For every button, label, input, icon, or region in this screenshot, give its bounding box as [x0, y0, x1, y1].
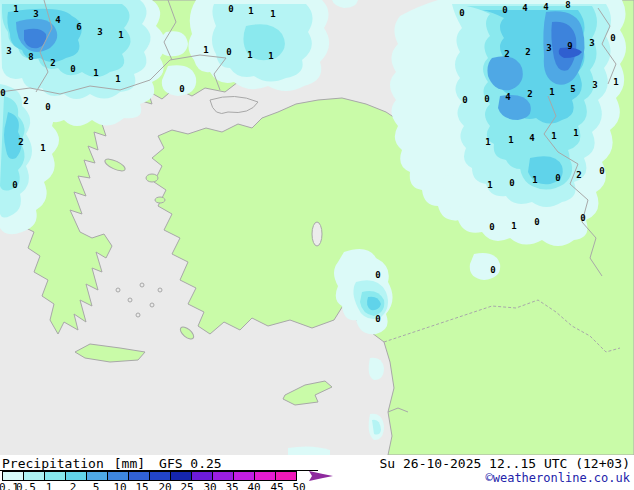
scale-label: 50 — [292, 481, 305, 490]
precip-urfa-patch-l1 — [470, 253, 500, 280]
island-lesbos — [146, 174, 158, 182]
scale-segment — [86, 471, 108, 481]
weather-map-screenshot: 1346313820110202100111011000448223930004… — [0, 0, 634, 490]
legend-model: GFS 0.25 — [159, 456, 222, 471]
scale-label: 45 — [270, 481, 283, 490]
lake-tuz — [312, 222, 322, 246]
precip-marmara-patch-l1 — [162, 65, 196, 96]
scale-label: 20 — [158, 481, 171, 490]
scale-label: 25 — [180, 481, 193, 490]
precipitation-map: 1346313820110202100111011000448223930004… — [0, 0, 634, 455]
scale-label: 2 — [70, 481, 77, 490]
scale-segment — [254, 471, 276, 481]
scale-segment — [2, 471, 24, 481]
scale-label: 1 — [46, 481, 53, 490]
scale-segment — [23, 471, 45, 481]
color-scale-bar — [2, 471, 297, 481]
scale-segment — [233, 471, 255, 481]
scale-label: 15 — [135, 481, 148, 490]
legend-title: Precipitation[mm]GFS 0.25 — [2, 456, 222, 471]
scale-label: 10 — [113, 481, 126, 490]
scale-segment — [149, 471, 171, 481]
legend-title-text: Precipitation — [2, 456, 104, 471]
legend-bar: Precipitation[mm]GFS 0.25 0.10.512510152… — [0, 455, 634, 490]
forecast-datetime: Su 26-10-2025 12..15 UTC (12+03) — [380, 456, 630, 471]
map-canvas — [0, 0, 634, 455]
scale-segment — [128, 471, 150, 481]
island-chios — [155, 197, 165, 203]
scale-label: 0.5 — [16, 481, 36, 490]
scale-label: 35 — [225, 481, 238, 490]
scale-segment — [170, 471, 192, 481]
scale-segment — [275, 471, 297, 481]
legend-unit: [mm] — [114, 456, 145, 471]
scale-segment — [44, 471, 66, 481]
scale-segment — [212, 471, 234, 481]
color-scale-labels: 0.10.5125101520253035404550 — [0, 481, 340, 490]
scale-segment — [107, 471, 129, 481]
scale-label: 40 — [247, 481, 260, 490]
scale-segment — [65, 471, 87, 481]
copyright-text: ©weatheronline.co.uk — [486, 471, 631, 485]
scale-label: 30 — [203, 481, 216, 490]
scale-segment — [191, 471, 213, 481]
color-scale-arrow — [309, 471, 333, 481]
scale-label: 5 — [93, 481, 100, 490]
